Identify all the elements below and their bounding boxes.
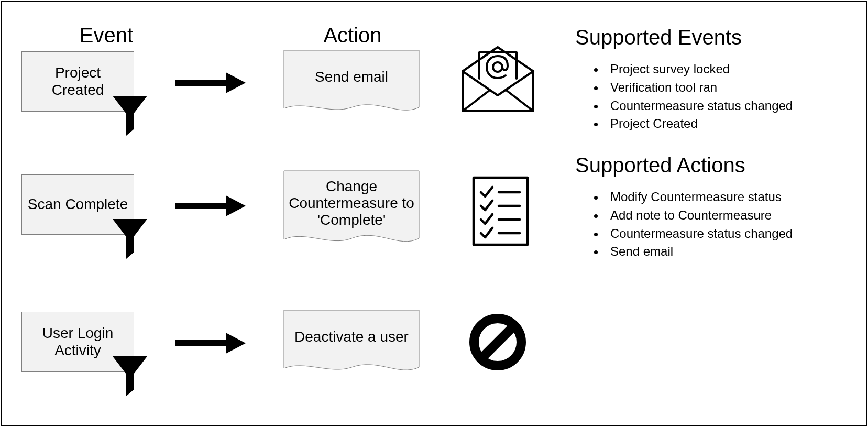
funnel-icon [112,355,148,397]
list-item: Project survey locked [605,60,793,79]
list-supported-actions: Modify Countermeasure status Add note to… [577,188,793,261]
heading-supported-actions: Supported Actions [575,154,745,177]
checklist-icon [470,174,531,248]
list-item: Send email [605,243,793,261]
arrow-icon [173,193,247,218]
list-item: Modify Countermeasure status [605,188,793,206]
list-supported-events: Project survey locked Verification tool … [577,60,793,133]
funnel-icon [112,218,148,260]
action-label-deactivate-user: Deactivate a user [283,310,420,364]
heading-supported-events: Supported Events [575,26,742,49]
svg-point-1 [493,62,502,72]
action-label-send-email: Send email [283,50,420,104]
prohibit-icon [469,313,526,371]
diagram-canvas: Event Action Project Created Send email … [1,1,867,426]
heading-action: Action [300,24,405,47]
svg-line-10 [482,327,513,357]
email-at-icon [457,41,539,114]
list-item: Add note to Countermeasure [605,206,793,225]
arrow-icon [173,331,247,356]
list-item: Project Created [605,115,793,133]
list-item: Countermeasure status changed [605,97,793,115]
arrow-icon [173,70,247,95]
list-item: Countermeasure status changed [605,225,793,243]
funnel-icon [112,95,148,137]
heading-event: Event [54,24,159,47]
action-label-change-countermeasure: Change Countermeasure to 'Complete' [283,170,420,236]
list-item: Verification tool ran [605,79,793,97]
